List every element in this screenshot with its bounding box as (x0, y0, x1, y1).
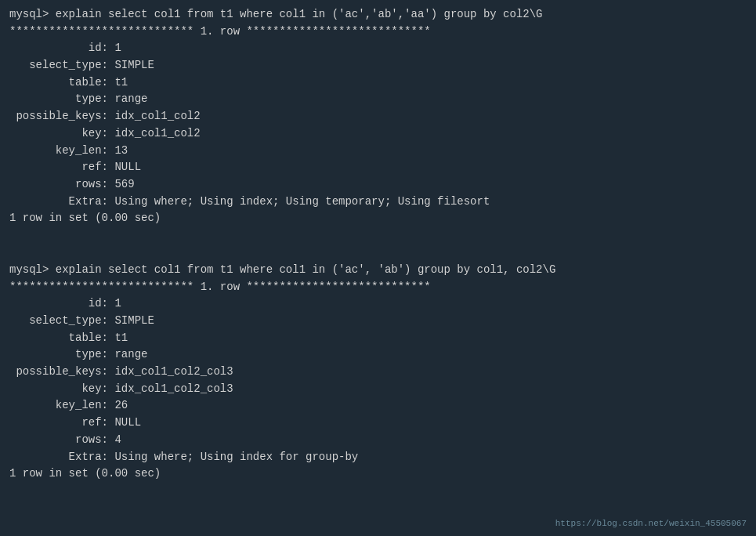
spacer-1 (9, 227, 747, 244)
field-2-rows: rows: 4 (9, 432, 747, 449)
field-1-extra: Extra: Using where; Using index; Using t… (9, 194, 747, 211)
result-2: 1 row in set (0.00 sec) (9, 465, 747, 483)
command-line-1: mysql> explain select col1 from t1 where… (9, 6, 747, 24)
field-1-key: key: idx_col1_col2 (9, 125, 747, 143)
field-2-extra: Extra: Using where; Using index for grou… (9, 449, 747, 466)
field-1-rows: rows: 569 (9, 176, 747, 194)
command-line-2: mysql> explain select col1 from t1 where… (9, 262, 747, 279)
separator-2: **************************** 1. row ****… (9, 279, 747, 296)
field-2-ref: ref: NULL (9, 415, 747, 432)
terminal-window: mysql> explain select col1 from t1 where… (0, 0, 756, 536)
field-1-id: id: 1 (9, 40, 747, 57)
field-2-key: key: idx_col1_col2_col3 (9, 381, 747, 398)
field-1-ref: ref: NULL (9, 159, 747, 176)
field-1-select-type: select_type: SIMPLE (9, 57, 747, 74)
field-2-type: type: range (9, 346, 747, 364)
field-2-possible-keys: possible_keys: idx_col1_col2_col3 (9, 364, 747, 381)
field-2-table: table: t1 (9, 330, 747, 347)
field-2-id: id: 1 (9, 295, 747, 313)
field-2-select-type: select_type: SIMPLE (9, 313, 747, 330)
field-1-type: type: range (9, 91, 747, 108)
field-2-key-len: key_len: 26 (9, 397, 747, 415)
separator-1: **************************** 1. row ****… (9, 24, 747, 41)
field-1-key-len: key_len: 13 (9, 143, 747, 160)
result-1: 1 row in set (0.00 sec) (9, 210, 747, 227)
field-1-possible-keys: possible_keys: idx_col1_col2 (9, 108, 747, 125)
spacer-2 (9, 244, 747, 262)
watermark: https://blog.csdn.net/weixin_45505067 (555, 519, 747, 528)
field-1-table: table: t1 (9, 74, 747, 92)
